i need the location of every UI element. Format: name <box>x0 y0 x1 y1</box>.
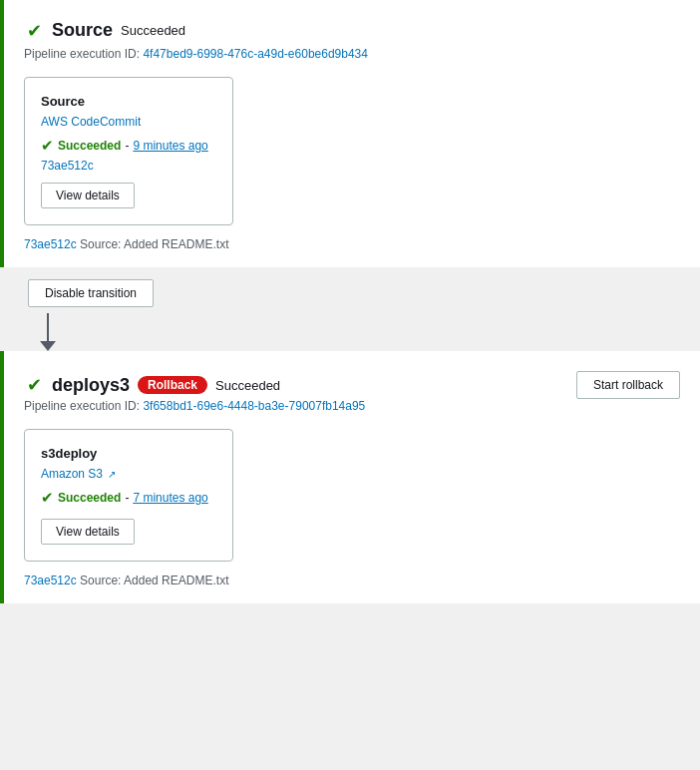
deploys3-stage-header: ✔ deploys3 Rollback Succeeded Start roll… <box>24 371 680 399</box>
source-provider-link[interactable]: AWS CodeCommit <box>41 115 141 129</box>
deploys3-action-card: s3deploy Amazon S3 ↗ ✔ Succeeded - 7 min… <box>24 429 233 562</box>
source-stage: ✔ Source Succeeded Pipeline execution ID… <box>0 0 700 267</box>
source-action-time-ago[interactable]: 9 minutes ago <box>133 139 207 153</box>
transition-arrow <box>40 313 56 351</box>
source-action-provider: AWS CodeCommit <box>41 115 216 129</box>
arrow-shaft <box>47 313 49 341</box>
deploys3-execution-label: Pipeline execution ID: <box>24 399 140 413</box>
source-execution-row: Pipeline execution ID: 4f47bed9-6998-476… <box>24 47 680 61</box>
source-execution-id-link[interactable]: 4f47bed9-6998-476c-a49d-e60be6d9b434 <box>143 47 368 61</box>
arrow-head <box>40 341 56 351</box>
external-link-icon: ↗ <box>108 469 116 480</box>
deploys3-stage-status: Succeeded <box>215 378 280 393</box>
deploys3-stage-title: deploys3 <box>52 375 130 396</box>
source-stage-status: Succeeded <box>121 23 185 38</box>
deploys3-action-provider: Amazon S3 ↗ <box>41 467 216 481</box>
deploys3-stage-footer: 73ae512c Source: Added README.txt <box>24 574 680 587</box>
source-action-title: Source <box>41 94 216 109</box>
source-commit-link[interactable]: 73ae512c <box>41 159 216 173</box>
deploys3-view-details-button[interactable]: View details <box>41 519 135 545</box>
deploys3-provider-link[interactable]: Amazon S3 <box>41 467 103 481</box>
deploys3-action-check-icon: ✔ <box>41 489 54 507</box>
source-footer-commit-link[interactable]: 73ae512c <box>24 237 77 251</box>
deploys3-execution-row: Pipeline execution ID: 3f658bd1-69e6-444… <box>24 399 680 413</box>
source-success-icon: ✔ <box>24 21 44 41</box>
transition-area: Disable transition <box>0 267 700 351</box>
deploys3-execution-id-link[interactable]: 3f658bd1-69e6-4448-ba3e-79007fb14a95 <box>143 399 365 413</box>
source-action-check-icon: ✔ <box>41 137 54 155</box>
deploys3-stage: ✔ deploys3 Rollback Succeeded Start roll… <box>0 351 700 603</box>
source-action-card: Source AWS CodeCommit ✔ Succeeded - 9 mi… <box>24 77 233 225</box>
source-footer-text: Source: Added README.txt <box>80 237 228 251</box>
rollback-badge: Rollback <box>138 376 207 394</box>
source-view-details-button[interactable]: View details <box>41 183 135 208</box>
deploys3-action-title: s3deploy <box>41 446 216 461</box>
source-action-dash: - <box>125 139 129 153</box>
deploys3-action-status: Succeeded <box>58 491 121 505</box>
source-stage-footer: 73ae512c Source: Added README.txt <box>24 237 680 251</box>
source-stage-title: Source <box>52 20 113 41</box>
disable-transition-button[interactable]: Disable transition <box>28 279 154 307</box>
source-action-status-row: ✔ Succeeded - 9 minutes ago <box>41 137 216 155</box>
deploys3-action-dash: - <box>125 491 129 505</box>
source-execution-label: Pipeline execution ID: <box>24 47 140 61</box>
source-stage-header: ✔ Source Succeeded <box>24 20 680 41</box>
deploys3-action-status-row: ✔ Succeeded - 7 minutes ago <box>41 489 216 507</box>
deploys3-footer-commit-link[interactable]: 73ae512c <box>24 574 77 587</box>
deploys3-success-icon: ✔ <box>24 375 44 395</box>
deploys3-footer-text: Source: Added README.txt <box>80 574 228 587</box>
source-action-status: Succeeded <box>58 139 121 153</box>
deploys3-action-time-ago[interactable]: 7 minutes ago <box>133 491 207 505</box>
pipeline-container: ✔ Source Succeeded Pipeline execution ID… <box>0 0 700 603</box>
start-rollback-button[interactable]: Start rollback <box>576 371 680 399</box>
